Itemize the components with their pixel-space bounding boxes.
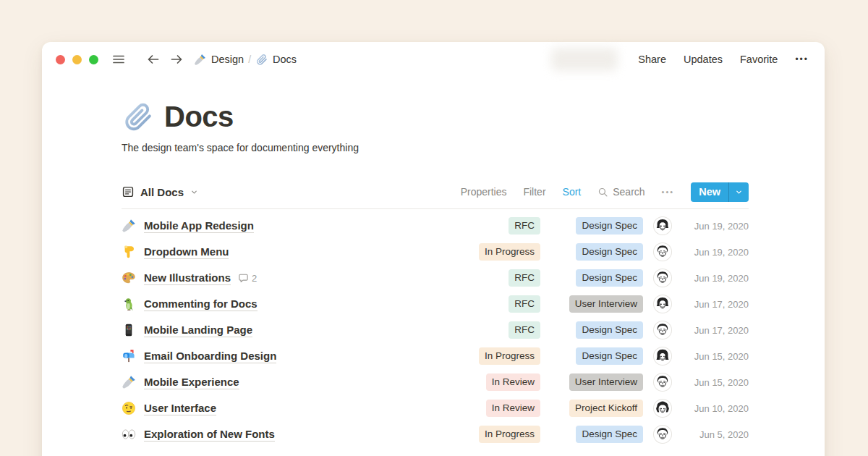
doc-title-link[interactable]: Exploration of New Fonts xyxy=(144,428,275,442)
search-button[interactable]: Search xyxy=(597,186,644,198)
status-tag[interactable]: RFC xyxy=(509,295,540,313)
new-button[interactable]: New xyxy=(691,182,728,202)
status-tag[interactable]: RFC xyxy=(509,217,540,235)
page-subtitle: The design team's space for documenting … xyxy=(122,142,749,153)
toolbar-more-icon[interactable]: ••• xyxy=(662,187,675,196)
doc-title-link[interactable]: Email Onboarding Design xyxy=(144,350,276,363)
breadcrumb-separator: / xyxy=(248,54,251,65)
date-label: Jun 17, 2020 xyxy=(681,299,749,310)
updates-button[interactable]: Updates xyxy=(684,54,723,65)
status-tag[interactable]: In Review xyxy=(486,400,540,417)
eyes-icon xyxy=(122,427,136,442)
forward-arrow-icon[interactable] xyxy=(169,52,184,67)
new-dropdown-button[interactable] xyxy=(729,182,749,202)
doc-title-link[interactable]: Mobile Landing Page xyxy=(144,324,252,337)
type-tag[interactable]: Design Spec xyxy=(576,321,643,339)
blurred-element xyxy=(551,48,618,71)
table-divider xyxy=(122,208,749,209)
table-row: Mobile Landing Page RFC Design Spec Jun … xyxy=(122,317,749,343)
type-tag[interactable]: Design Spec xyxy=(576,347,643,365)
table-row: Mobile App Redesign RFC Design Spec Jun … xyxy=(122,213,749,239)
page-paperclip-icon xyxy=(122,101,153,133)
type-tag[interactable]: User Interview xyxy=(569,373,643,391)
table-row: New Illustrations 2 RFC Design Spec Jun … xyxy=(122,265,749,291)
type-tag[interactable]: Design Spec xyxy=(576,217,643,235)
type-tag[interactable]: Project Kickoff xyxy=(569,400,643,417)
type-tag[interactable]: Design Spec xyxy=(576,269,643,287)
sort-button[interactable]: Sort xyxy=(563,186,582,198)
breadcrumb-docs[interactable]: Docs xyxy=(255,54,297,66)
type-tag[interactable]: User Interview xyxy=(569,295,643,313)
comment-icon xyxy=(238,273,249,284)
avatar-woman-a xyxy=(654,217,671,235)
back-arrow-icon[interactable] xyxy=(146,52,161,67)
parrot-icon xyxy=(122,297,136,311)
doc-title-link[interactable]: Mobile App Redesign xyxy=(144,219,254,233)
table-row: Email Onboarding Design In Progress Desi… xyxy=(122,343,749,369)
date-label: Jun 19, 2020 xyxy=(681,221,749,232)
date-label: Jun 10, 2020 xyxy=(681,403,749,414)
mailbox-icon xyxy=(122,349,136,363)
table-row: Exploration of New Fonts In Progress Des… xyxy=(122,421,749,447)
table-row: Commenting for Docs RFC User Interview J… xyxy=(122,291,749,317)
app-window: Design / Docs Share Updates Favorite •••… xyxy=(42,42,825,456)
avatar-man xyxy=(654,426,671,443)
avatar-woman-a xyxy=(654,295,671,313)
doc-title-link[interactable]: Dropdown Menu xyxy=(144,245,229,259)
properties-button[interactable]: Properties xyxy=(461,186,507,198)
view-switcher-all-docs[interactable]: All Docs xyxy=(122,185,198,198)
search-icon xyxy=(597,187,608,198)
chevron-down-icon xyxy=(190,188,198,196)
date-label: Jun 15, 2020 xyxy=(681,351,749,362)
date-label: Jun 19, 2020 xyxy=(681,247,749,258)
status-tag[interactable]: In Review xyxy=(486,373,540,391)
doc-title-link[interactable]: Mobile Experience xyxy=(144,376,239,389)
doc-list-icon xyxy=(122,185,135,198)
date-label: Jun 17, 2020 xyxy=(681,325,749,336)
breadcrumb-design-label: Design xyxy=(211,54,244,65)
avatar-man xyxy=(654,269,671,287)
avatar-man xyxy=(654,321,671,339)
page-title: Docs xyxy=(164,101,234,133)
brush-icon xyxy=(122,219,136,233)
type-tag[interactable]: Design Spec xyxy=(576,243,643,261)
avatar-woman-c xyxy=(654,400,671,417)
doc-title-link[interactable]: New Illustrations xyxy=(144,271,231,285)
filter-button[interactable]: Filter xyxy=(523,186,545,198)
minimize-window-button[interactable] xyxy=(72,55,82,64)
zoom-window-button[interactable] xyxy=(89,55,98,64)
breadcrumb-design[interactable]: Design xyxy=(194,54,244,66)
avatar-man xyxy=(654,373,671,391)
paperclip-icon xyxy=(255,54,268,66)
status-tag[interactable]: RFC xyxy=(509,269,540,287)
doc-title-link[interactable]: Commenting for Docs xyxy=(144,297,258,311)
date-label: Jun 15, 2020 xyxy=(681,377,749,388)
table-row: User Interface In Review Project Kickoff… xyxy=(122,395,749,421)
top-bar: Design / Docs Share Updates Favorite ••• xyxy=(42,42,825,77)
chevron-down-icon xyxy=(735,188,743,196)
status-tag[interactable]: RFC xyxy=(509,321,540,339)
window-controls xyxy=(56,55,98,64)
doc-title-link[interactable]: User Interface xyxy=(144,402,216,415)
phone-icon xyxy=(122,323,136,337)
comment-count-badge: 2 xyxy=(238,273,257,284)
search-label: Search xyxy=(613,186,644,198)
docs-table: Mobile App Redesign RFC Design Spec Jun … xyxy=(122,213,749,447)
status-tag[interactable]: In Progress xyxy=(479,347,540,365)
date-label: Jun 19, 2020 xyxy=(681,273,749,284)
type-tag[interactable]: Design Spec xyxy=(576,426,643,443)
status-tag[interactable]: In Progress xyxy=(479,243,540,261)
more-options-icon[interactable]: ••• xyxy=(795,54,809,64)
table-toolbar: All Docs Properties Filter Sort Search •… xyxy=(122,181,749,203)
face-eyebrow-icon xyxy=(122,401,136,415)
avatar-woman-b xyxy=(654,347,671,365)
share-button[interactable]: Share xyxy=(638,54,666,65)
status-tag[interactable]: In Progress xyxy=(479,426,540,443)
table-row: Dropdown Menu In Progress Design Spec Ju… xyxy=(122,239,749,265)
sidebar-menu-icon[interactable] xyxy=(111,52,126,67)
paintbrush-icon xyxy=(194,54,206,66)
table-row: Mobile Experience In Review User Intervi… xyxy=(122,369,749,395)
palette-icon xyxy=(122,271,136,285)
favorite-button[interactable]: Favorite xyxy=(740,54,778,65)
close-window-button[interactable] xyxy=(56,55,65,64)
